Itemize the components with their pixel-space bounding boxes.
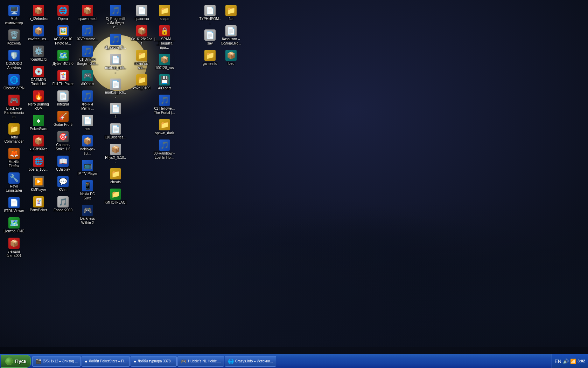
icon-label: cavfree_ins... (28, 37, 49, 41)
desktop-icon[interactable]: 📁cs2d_0109 (130, 73, 154, 92)
desktop-icon[interactable]: 🌐Opera (51, 4, 75, 22)
desktop-icon[interactable]: 🛡️COMODO Antivirus (2, 48, 26, 71)
desktop-icon[interactable]: 📦nokia-pc-sui... (75, 134, 100, 157)
desktop-icon[interactable]: 📦x_03f966cc (26, 134, 51, 153)
icon-image: 🎵 (159, 95, 170, 106)
desktop-icon[interactable]: 🎮Darkness Within 2 (75, 203, 100, 226)
desktop-icon[interactable]: 🔥Nero Burning ROM (26, 89, 51, 112)
desktop-icon[interactable]: 🎵08-Rainbow – Lost In Hol... (152, 138, 177, 161)
desktop-icon[interactable]: 📱Nokia PC Suite (75, 179, 100, 202)
desktop-icon[interactable]: ♠️PokerStars (26, 114, 51, 132)
icon-label: 08-Rainbow – Lost In Hol... (154, 151, 175, 160)
desktop-icon[interactable]: 🖥️Мой компьютер (2, 4, 26, 27)
desktop-icon[interactable]: 📄чек (75, 114, 100, 132)
desktop-icon[interactable]: 📦0e16128c2aaf (130, 24, 154, 47)
icon-image: 📦 (82, 135, 93, 146)
desktop-icon[interactable]: 📦fceu (219, 48, 243, 67)
desktop-icon[interactable]: 🎵Dj Progresiff – Да будет с... (103, 4, 128, 31)
desktop-icon[interactable]: 📁fcs (219, 4, 243, 22)
desktop-icon[interactable]: 🗺️ДублГИС 3.0 (51, 48, 75, 67)
icon-image: 🔧 (8, 172, 20, 184)
desktop-icon[interactable]: 📄lj1010series... (103, 122, 128, 141)
desktop-icon[interactable]: 📁Total Commander (2, 122, 26, 145)
desktop-icon[interactable]: 🃏PartyPoker (26, 195, 51, 214)
desktop-icon[interactable]: 📄4 (103, 102, 128, 121)
icon-label: snaps (160, 17, 169, 21)
desktop-icon[interactable]: 📄STDUViewer (2, 196, 26, 214)
desktop-icon[interactable]: 📁nokia-pc-sui... (130, 48, 154, 71)
icon-label: [___SPAM___] защита пра... (154, 37, 175, 50)
taskbar-item[interactable]: 🎮Hubble's NL Holde.... (177, 356, 224, 367)
icon-label: AirXonix (81, 82, 94, 86)
icon-label: KVIrc (59, 188, 67, 192)
desktop-icon[interactable]: 🎵Foobar2000 (51, 195, 75, 214)
desktop-icon[interactable]: 🎮AirXonix (75, 69, 100, 88)
icon-image: 🎵 (159, 139, 170, 151)
desktop-icon[interactable]: 💿DAEMON Tools Lite (26, 64, 51, 88)
desktop-icon[interactable]: 📁snaps (152, 4, 177, 22)
desktop-icon[interactable]: 📖CDisplay (51, 154, 75, 173)
language-indicator[interactable]: EN (555, 359, 561, 364)
desktop-icon[interactable]: 🎮Black Fire Pandemonium (2, 93, 26, 121)
desktop-icon[interactable]: 🖼️ACDSee 10 Photo M... (51, 24, 75, 47)
taskbar-item[interactable]: 🌐Crazys.Info – Источни... (225, 356, 276, 367)
desktop-icon[interactable]: ▶️KMPlayer (26, 175, 51, 193)
desktop-icon[interactable]: 📦PhysX_9.10... (103, 142, 128, 165)
desktop-icon[interactable]: 💬KVIrc (51, 175, 75, 193)
desktop-icon[interactable]: 📦cavfree_ins... (26, 24, 51, 43)
desktop-icon[interactable]: 📄integral (51, 89, 75, 108)
icon-label: чек (85, 127, 90, 131)
icon-label: Oberon+VPN (4, 86, 24, 90)
icon-image: 📱 (82, 180, 93, 191)
desktop-icon[interactable]: 📦100128_rus (152, 53, 177, 71)
desktop-icon[interactable]: 🌐opera_106... (26, 154, 51, 173)
icon-image: 📦 (33, 5, 44, 16)
network-icon[interactable]: 📶 (570, 359, 576, 364)
desktop-icon[interactable]: 🎵Фоним Митя-... (75, 89, 100, 112)
desktop-icon[interactable]: 🎵01-Hellowe... The Portal (... (152, 93, 177, 116)
desktop-icon[interactable]: 🎸Guitar Pro 5 (51, 109, 75, 128)
desktop-icon[interactable]: 📁spawn_dark (152, 118, 177, 137)
desktop-icon[interactable]: 🎯Counter-Strike 1.6 (51, 130, 75, 153)
desktop-icon[interactable]: 🔧Revo Uninstaller (2, 171, 26, 194)
icon-image: 📦 (33, 135, 44, 146)
icon-label: Mozilla Firefox (3, 160, 25, 168)
desktop-icon[interactable]: ⚙️fceu98.cfg (26, 44, 51, 63)
icon-label: lj1010series... (105, 135, 126, 139)
desktop-icon[interactable]: 📁КИНО [FLAC] (103, 187, 128, 206)
icon-image: 🔒 (159, 25, 170, 36)
icon-column: 🖥️Мой компьютер🗑️Корзина🛡️COMODO Antivir… (2, 4, 26, 259)
desktop-icon[interactable]: 🗺️ЦентранГИС (2, 216, 26, 235)
taskbar-item[interactable]: 🎬[5/5] 1x12 – Эпизод ... (32, 356, 81, 367)
desktop-icon[interactable]: 📄практика (130, 4, 154, 22)
desktop-icon[interactable]: 📦spawn-med (75, 4, 100, 22)
icon-label: 4 (114, 115, 117, 119)
desktop-icon[interactable]: 📄Казантип – Солнце,мо... (219, 24, 243, 47)
icon-label: PhysX_9.10... (105, 156, 126, 164)
desktop-icon[interactable]: 🦊Mozilla Firefox (2, 146, 26, 170)
icon-label: spawn_dark (155, 131, 174, 135)
desktop-icon[interactable]: 🎵01-Dimmu Borgirr--Gat... (75, 44, 100, 67)
desktop-icon[interactable]: 🗑️Корзина (2, 28, 26, 47)
volume-icon[interactable]: 🔊 (563, 359, 569, 364)
desktop-icon[interactable]: 📄markus_sch... (103, 53, 128, 76)
desktop-icon[interactable]: 💾AirXonix (152, 73, 177, 92)
desktop-icon[interactable]: 🃏Full Tilt Poker (51, 69, 75, 88)
taskbar-item[interactable]: ♠️Лобби PokerStars – П... (82, 356, 130, 367)
taskbar-item[interactable]: ♠️Лобби турнира 3378... (131, 356, 177, 367)
start-button[interactable]: Пуск (1, 355, 31, 368)
icon-label: markus_sch... (105, 90, 126, 99)
icon-image: 📁 (110, 189, 121, 200)
desktop-icon[interactable]: 🎵07-Testame... (75, 24, 100, 43)
desktop-icon[interactable]: 📦x_f2ebedec (26, 4, 51, 22)
icon-image: 🌐 (33, 156, 44, 167)
desktop-icon[interactable]: 📄markus_sch... (103, 77, 128, 100)
desktop-icon[interactable]: 📁cheats (103, 167, 128, 186)
desktop-icon[interactable]: 📦Лекции блять001 (2, 236, 26, 259)
desktop-icon[interactable]: 🌐Oberon+VPN (2, 73, 26, 92)
desktop-icon[interactable]: 🎵dj_azone_ft... (103, 32, 128, 51)
desktop-icon[interactable]: 🔒[___SPAM___] защита пра... (152, 24, 177, 51)
icon-image: 🎵 (82, 46, 93, 57)
desktop-icon[interactable]: 📺IP-TV Player (75, 158, 100, 177)
icon-image: 🎵 (57, 196, 69, 207)
